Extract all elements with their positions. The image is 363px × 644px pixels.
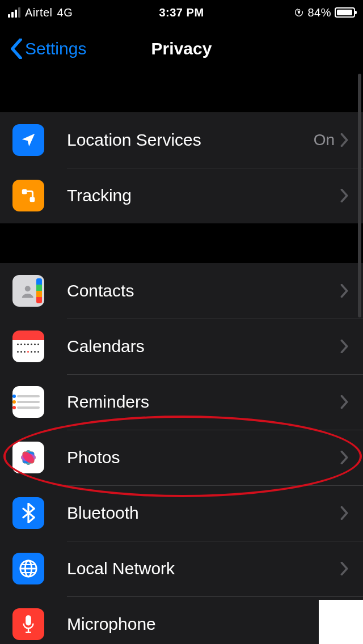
row-calendars[interactable]: Calendars xyxy=(0,319,363,374)
row-photos[interactable]: Photos xyxy=(0,430,363,485)
row-bluetooth[interactable]: Bluetooth xyxy=(0,485,363,541)
chevron-left-icon xyxy=(10,39,23,59)
svg-rect-2 xyxy=(22,189,27,194)
microphone-icon xyxy=(12,608,44,640)
network-label: 4G xyxy=(57,6,73,19)
svg-point-4 xyxy=(25,286,31,291)
carrier-label: Airtel xyxy=(25,6,53,19)
chevron-right-icon xyxy=(340,395,348,409)
bluetooth-icon xyxy=(12,497,44,529)
location-icon xyxy=(12,124,44,156)
battery-icon xyxy=(335,7,355,18)
nav-bar: Settings Privacy xyxy=(0,25,363,73)
row-local-network[interactable]: Local Network xyxy=(0,541,363,596)
svg-rect-18 xyxy=(26,615,31,625)
page-title: Privacy xyxy=(151,39,212,58)
chevron-right-icon xyxy=(340,340,348,353)
chevron-right-icon xyxy=(340,189,348,202)
contacts-icon xyxy=(12,275,44,307)
chevron-right-icon xyxy=(340,133,348,147)
calendar-icon xyxy=(12,331,44,362)
row-label: Photos xyxy=(67,448,340,467)
status-bar: Airtel 4G 3:37 PM 84% xyxy=(0,0,363,25)
signal-icon xyxy=(8,7,20,18)
photos-icon xyxy=(12,442,44,473)
artifact-box xyxy=(319,600,363,644)
clock: 3:37 PM xyxy=(124,6,239,19)
row-label: Local Network xyxy=(67,559,340,578)
row-label: Reminders xyxy=(67,392,340,412)
globe-icon xyxy=(12,553,44,584)
row-location-services[interactable]: Location Services On xyxy=(0,112,363,168)
chevron-right-icon xyxy=(340,451,348,464)
row-contacts[interactable]: Contacts xyxy=(0,263,363,319)
back-label: Settings xyxy=(25,39,86,58)
tracking-icon xyxy=(12,180,44,211)
row-label: Tracking xyxy=(67,186,340,205)
row-label: Bluetooth xyxy=(67,503,340,523)
row-label: Calendars xyxy=(67,337,340,356)
battery-pct: 84% xyxy=(307,6,331,19)
row-label: Location Services xyxy=(67,130,314,150)
chevron-right-icon xyxy=(340,284,348,298)
row-tracking[interactable]: Tracking xyxy=(0,168,363,223)
chevron-right-icon xyxy=(340,506,348,520)
section-apps: Contacts Calendars Reminders xyxy=(0,263,363,644)
back-button[interactable]: Settings xyxy=(10,39,86,59)
row-label: Contacts xyxy=(67,281,340,300)
row-microphone[interactable]: Microphone xyxy=(0,596,363,644)
scrollbar[interactable] xyxy=(358,74,361,317)
section-services: Location Services On Tracking xyxy=(0,112,363,223)
row-reminders[interactable]: Reminders xyxy=(0,374,363,430)
row-label: Microphone xyxy=(67,615,348,634)
rotation-lock-icon xyxy=(294,7,304,18)
reminders-icon xyxy=(12,386,44,418)
row-value: On xyxy=(314,131,335,149)
svg-rect-3 xyxy=(30,197,35,202)
chevron-right-icon xyxy=(340,562,348,575)
